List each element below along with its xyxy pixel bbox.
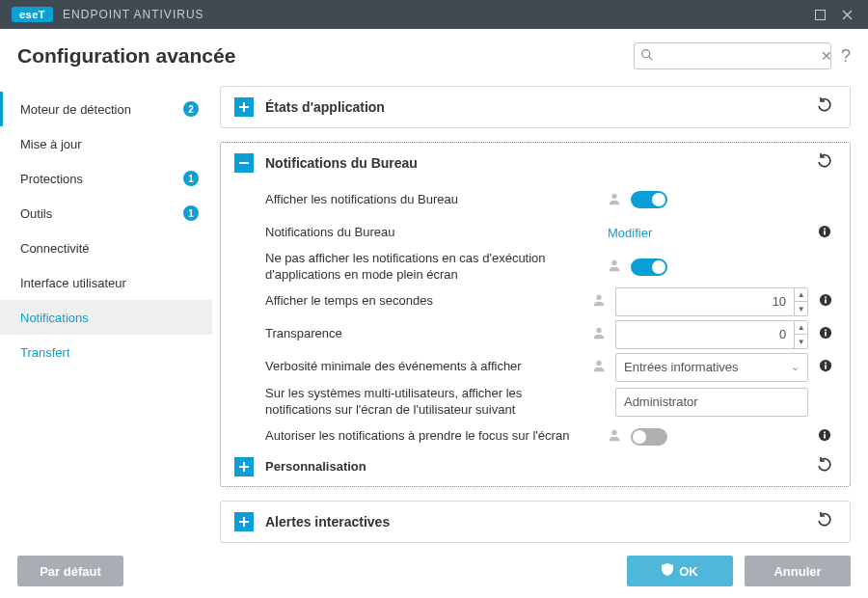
row-verbosity: Verbosité minimale des événements à affi… (265, 351, 836, 384)
count-badge: 1 (183, 205, 199, 221)
panel-title: États d'application (265, 99, 813, 115)
sidebar-item-label: Outils (20, 206, 177, 221)
svg-rect-17 (825, 365, 827, 368)
svg-rect-5 (824, 228, 826, 230)
sidebar-item-transfer[interactable]: Transfert (0, 335, 212, 369)
info-button[interactable] (814, 293, 836, 310)
sidebar-item-label: Notifications (20, 311, 199, 325)
svg-rect-4 (824, 231, 826, 234)
panel-body: Afficher les notifications du Bureau Not… (221, 183, 850, 486)
spinner[interactable]: ▲ ▼ (794, 287, 808, 316)
info-button[interactable] (814, 359, 836, 375)
svg-rect-18 (825, 363, 827, 365)
close-icon (842, 10, 853, 20)
panel-interactive-alerts: Alertes interactives (220, 501, 851, 543)
count-badge: 1 (183, 171, 199, 186)
search-clear-button[interactable]: ✕ (819, 48, 834, 64)
revert-button[interactable] (813, 512, 836, 531)
sidebar-item-label: Interface utilisateur (20, 276, 199, 290)
sidebar-item-label: Transfert (20, 345, 199, 360)
search-input[interactable] (657, 49, 819, 64)
shield-icon (662, 563, 673, 579)
subsection-customization[interactable]: Personnalisation (234, 457, 836, 476)
svg-rect-13 (825, 332, 827, 336)
info-icon (818, 225, 831, 238)
svg-point-1 (642, 50, 650, 58)
expand-button[interactable] (234, 97, 254, 117)
multiuser-input[interactable] (615, 388, 808, 417)
undo-icon (817, 457, 832, 473)
button-label: Par défaut (40, 564, 101, 579)
panel-header[interactable]: Alertes interactives (221, 502, 850, 542)
spin-down-button[interactable]: ▼ (795, 335, 807, 348)
spin-up-button[interactable]: ▲ (795, 288, 807, 303)
panel-header[interactable]: Notifications du Bureau (221, 143, 850, 183)
toggle-show-notifications[interactable] (631, 191, 667, 208)
minus-icon (238, 157, 250, 169)
sidebar-item-ui[interactable]: Interface utilisateur (0, 265, 212, 300)
square-icon (815, 10, 826, 20)
svg-rect-22 (824, 432, 826, 434)
footer: Par défaut OK Annuler (0, 544, 868, 598)
window-close-button[interactable] (833, 1, 860, 28)
seconds-input[interactable] (615, 287, 794, 316)
panel-header[interactable]: États d'application (221, 87, 850, 127)
titlebar: eseT ENDPOINT ANTIVIRUS (0, 0, 868, 29)
ok-button[interactable]: OK (627, 556, 733, 586)
svg-rect-14 (825, 330, 827, 332)
info-button[interactable] (814, 326, 836, 342)
svg-point-11 (596, 328, 601, 333)
spin-down-button[interactable]: ▼ (795, 302, 807, 315)
verbosity-select[interactable]: Entrées informatives ⌄ (615, 353, 808, 382)
transparency-stepper[interactable]: ▲ ▼ (615, 320, 808, 349)
undo-icon (817, 512, 832, 528)
collapse-button[interactable] (234, 153, 254, 173)
count-badge: 2 (183, 101, 199, 117)
toggle-fullscreen-suppress[interactable] (631, 258, 667, 276)
sidebar-item-update[interactable]: Mise à jour (0, 126, 212, 161)
toggle-allow-focus[interactable] (631, 428, 667, 446)
spin-up-button[interactable]: ▲ (795, 321, 807, 336)
sidebar-item-connectivity[interactable]: Connectivité (0, 231, 212, 265)
info-icon (819, 293, 832, 307)
revert-button[interactable] (813, 97, 836, 117)
seconds-stepper[interactable]: ▲ ▼ (615, 287, 808, 316)
revert-button[interactable] (813, 457, 836, 476)
button-label: OK (679, 564, 698, 579)
info-button[interactable] (813, 225, 836, 241)
plus-icon (238, 461, 250, 473)
row-configure-notifications: Notifications du Bureau Modifier (265, 216, 836, 249)
panel-app-states: États d'application (220, 86, 851, 128)
sidebar-item-protections[interactable]: Protections 1 (0, 161, 212, 196)
sidebar-item-label: Moteur de détection (20, 102, 177, 117)
row-label: Afficher les notifications du Bureau (265, 192, 608, 208)
help-button[interactable]: ? (841, 46, 851, 67)
revert-button[interactable] (813, 153, 836, 173)
svg-rect-21 (824, 434, 826, 438)
spinner[interactable]: ▲ ▼ (794, 320, 808, 349)
sidebar-item-tools[interactable]: Outils 1 (0, 196, 212, 231)
row-fullscreen-suppress: Ne pas afficher les notifications en cas… (265, 249, 836, 285)
row-display-seconds: Afficher le temps en secondes ▲ ▼ (265, 285, 836, 318)
sidebar-item-notifications[interactable]: Notifications (0, 300, 212, 335)
modify-link[interactable]: Modifier (608, 226, 652, 240)
undo-icon (817, 97, 832, 113)
sidebar-item-detection-engine[interactable]: Moteur de détection 2 (0, 92, 212, 126)
row-allow-focus: Autoriser les notifications à prendre le… (265, 421, 836, 453)
transparency-input[interactable] (615, 320, 794, 349)
row-label: Notifications du Bureau (265, 225, 608, 241)
plus-icon (238, 101, 250, 113)
row-multiuser-target: Sur les systèmes multi-utilisateurs, aff… (265, 384, 836, 421)
main-content: États d'application Notifications du Bur… (212, 80, 868, 544)
expand-button[interactable] (234, 512, 254, 531)
search-field[interactable]: ✕ (634, 42, 831, 69)
cancel-button[interactable]: Annuler (745, 556, 851, 586)
info-icon (819, 326, 832, 340)
info-button[interactable] (813, 428, 836, 445)
default-button[interactable]: Par défaut (17, 556, 123, 586)
window-maximize-button[interactable] (806, 1, 833, 28)
user-context-icon (592, 326, 606, 342)
user-context-icon (592, 359, 606, 375)
expand-button[interactable] (234, 457, 254, 476)
svg-rect-0 (815, 10, 825, 19)
